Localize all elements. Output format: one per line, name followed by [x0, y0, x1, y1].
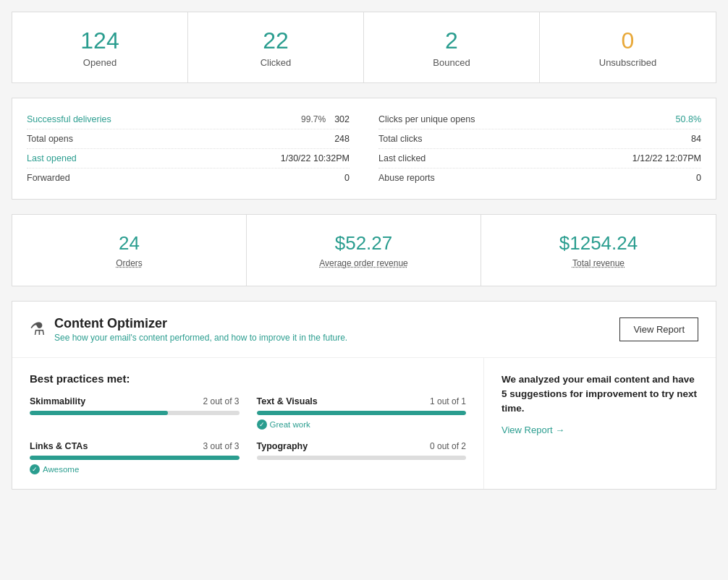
- optimizer-title-text: Content Optimizer See how your email's c…: [54, 316, 347, 343]
- practice-score: 2 out of 3: [203, 396, 239, 406]
- optimizer-right: We analyzed your email content and have …: [484, 358, 716, 489]
- optimizer-header: ⚗ Content Optimizer See how your email's…: [12, 302, 716, 358]
- optimizer-left: Best practices met: Skimmability 2 out o…: [12, 358, 484, 489]
- metric-row: Total clicks 84: [378, 129, 701, 149]
- optimizer-subtitle: See how your email's content performed, …: [54, 333, 347, 343]
- practice-header: Skimmability 2 out of 3: [30, 396, 240, 406]
- check-icon: ✓: [30, 464, 40, 474]
- total-revenue-label: Total revenue: [496, 258, 701, 268]
- total-revenue-number: $1254.24: [496, 232, 701, 255]
- progress-bar-fill: [30, 411, 168, 415]
- practice-skimmability: Skimmability 2 out of 3: [30, 396, 240, 430]
- practice-badge: ✓ Awesome: [30, 464, 240, 474]
- metrics-left: Successful deliveries 99.7% 302 Total op…: [27, 110, 350, 187]
- optimizer-title: Content Optimizer: [54, 316, 347, 331]
- badge-label: Great work: [270, 420, 310, 429]
- practice-header: Links & CTAs 3 out of 3: [30, 441, 240, 451]
- stats-top-row: 124 Opened 22 Clicked 2 Bounced 0 Unsubs…: [12, 12, 716, 83]
- practice-header: Text & Visuals 1 out of 1: [257, 396, 467, 406]
- metric-row: Total opens 248: [27, 129, 350, 149]
- practices-grid: Skimmability 2 out of 3 Text & Visuals 1…: [30, 396, 466, 474]
- progress-bar-bg: [30, 456, 240, 460]
- bounced-number: 2: [378, 27, 525, 54]
- unsubscribed-label: Unsubscribed: [554, 57, 701, 68]
- metrics-grid: Successful deliveries 99.7% 302 Total op…: [12, 98, 716, 200]
- practice-score: 1 out of 1: [430, 396, 466, 406]
- metrics-right: Clicks per unique opens 50.8% Total clic…: [378, 110, 701, 187]
- unsubscribed-number: 0: [554, 27, 701, 54]
- clicked-number: 22: [203, 27, 349, 54]
- metric-right: 99.7% 302: [301, 114, 350, 124]
- practice-header: Typography 0 out of 2: [257, 441, 467, 451]
- stat-bounced: 2 Bounced: [364, 12, 540, 82]
- view-report-link[interactable]: View Report →: [501, 425, 698, 435]
- practice-score: 0 out of 2: [430, 441, 466, 451]
- bounced-label: Bounced: [378, 57, 525, 68]
- metric-value: 0: [344, 173, 350, 183]
- practice-name: Text & Visuals: [257, 396, 318, 406]
- metric-row: Forwarded 0: [27, 169, 350, 187]
- opened-label: Opened: [27, 57, 173, 68]
- metric-value: 1/12/22 12:07PM: [632, 153, 701, 163]
- metric-row: Abuse reports 0: [378, 169, 701, 187]
- optimizer-icon: ⚗: [30, 319, 46, 339]
- progress-bar-bg: [30, 411, 240, 415]
- opened-number: 124: [27, 27, 173, 54]
- revenue-avg-order: $52.27 Average order revenue: [247, 215, 481, 285]
- progress-bar-bg: [257, 456, 467, 460]
- metric-row: Last clicked 1/12/22 12:07PM: [378, 149, 701, 169]
- metric-label: Last clicked: [378, 153, 426, 163]
- revenue-grid: 24 Orders $52.27 Average order revenue $…: [12, 214, 716, 286]
- optimizer-body: Best practices met: Skimmability 2 out o…: [12, 358, 716, 489]
- progress-bar-bg: [257, 411, 467, 415]
- orders-number: 24: [27, 232, 232, 255]
- metric-label: Clicks per unique opens: [378, 114, 475, 124]
- metric-value: 0: [696, 173, 701, 183]
- metric-label: Last opened: [27, 153, 77, 163]
- stat-clicked: 22 Clicked: [188, 12, 364, 82]
- progress-bar-fill: [30, 456, 240, 460]
- revenue-orders: 24 Orders: [12, 215, 247, 285]
- metric-row: Clicks per unique opens 50.8%: [378, 110, 701, 129]
- metric-value: 248: [334, 134, 350, 144]
- practice-typography: Typography 0 out of 2: [257, 441, 467, 474]
- metric-label: Total opens: [27, 134, 73, 144]
- practice-badge: ✓ Great work: [257, 419, 467, 430]
- badge-label: Awesome: [43, 465, 79, 474]
- stat-unsubscribed: 0 Unsubscribed: [540, 12, 716, 82]
- metric-value: 1/30/22 10:32PM: [281, 153, 350, 163]
- stat-opened: 124 Opened: [12, 12, 188, 82]
- metric-label: Abuse reports: [378, 173, 435, 183]
- practice-name: Links & CTAs: [30, 441, 88, 451]
- avg-order-number: $52.27: [261, 232, 466, 255]
- practice-text-visuals: Text & Visuals 1 out of 1 ✓ Great work: [257, 396, 467, 430]
- best-practices-title: Best practices met:: [30, 372, 466, 385]
- practice-links-ctas: Links & CTAs 3 out of 3 ✓ Awesome: [30, 441, 240, 474]
- practice-score: 3 out of 3: [203, 441, 239, 451]
- metric-value: 302: [334, 114, 350, 124]
- optimizer-title-area: ⚗ Content Optimizer See how your email's…: [30, 316, 347, 343]
- metric-value: 50.8%: [676, 114, 701, 124]
- metric-row: Last opened 1/30/22 10:32PM: [27, 149, 350, 169]
- avg-order-label: Average order revenue: [261, 258, 466, 268]
- metric-row: Successful deliveries 99.7% 302: [27, 110, 350, 129]
- metric-label: Forwarded: [27, 173, 70, 183]
- content-optimizer-section: ⚗ Content Optimizer See how your email's…: [12, 301, 716, 490]
- clicked-label: Clicked: [203, 57, 349, 68]
- metric-percent: 99.7%: [301, 114, 326, 124]
- progress-bar-fill: [257, 411, 467, 415]
- check-icon: ✓: [257, 419, 267, 430]
- practice-name: Typography: [257, 441, 308, 451]
- practice-name: Skimmability: [30, 396, 85, 406]
- metric-label: Successful deliveries: [27, 114, 111, 124]
- orders-label: Orders: [27, 258, 232, 268]
- metric-label: Total clicks: [378, 134, 422, 144]
- optimizer-analysis-text: We analyzed your email content and have …: [501, 372, 698, 417]
- view-report-button[interactable]: View Report: [619, 317, 698, 341]
- metric-value: 84: [691, 134, 701, 144]
- revenue-total: $1254.24 Total revenue: [481, 215, 716, 285]
